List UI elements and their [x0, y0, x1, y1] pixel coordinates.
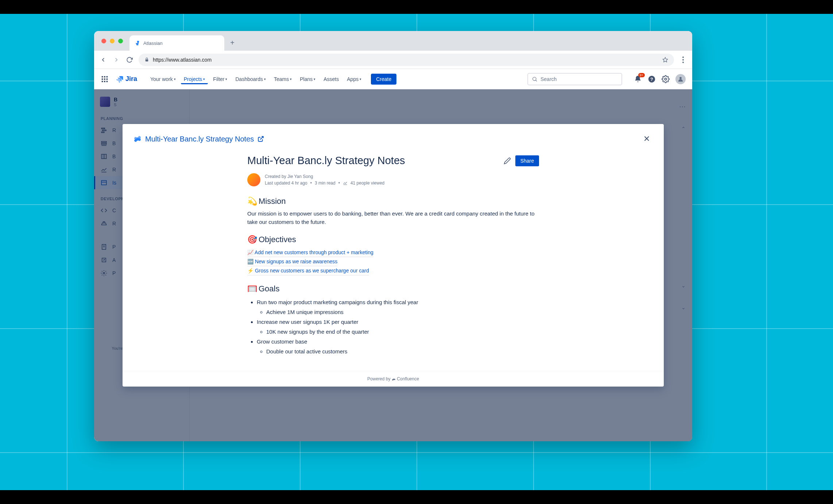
chart-icon: [101, 166, 108, 173]
last-updated-text: Last updated 4 hr ago: [265, 181, 307, 186]
create-button[interactable]: Create: [371, 74, 396, 85]
nav-assets[interactable]: Assets: [321, 74, 342, 84]
search-placeholder: Search: [541, 76, 557, 82]
expand-chevron-icon[interactable]: ⌄: [681, 305, 686, 310]
jira-logo-text: Jira: [125, 75, 137, 83]
confluence-small-icon: [392, 377, 396, 381]
confluence-icon: [133, 135, 142, 143]
sidebar-project-header[interactable]: B S: [94, 97, 189, 113]
confluence-page-modal: Multi-Year Banc.ly Strategy Notes ✕ Mult…: [123, 124, 664, 387]
objective-link[interactable]: 📈 Add net new customers through product …: [247, 248, 373, 257]
browser-tab-bar: Atlassian +: [94, 31, 692, 51]
bookmark-star-icon[interactable]: [662, 57, 668, 63]
svg-point-33: [103, 272, 105, 274]
svg-rect-23: [101, 154, 106, 159]
person-icon: [677, 76, 684, 82]
svg-text:?: ?: [650, 76, 653, 82]
gear-icon: [101, 270, 108, 276]
modal-footer: Powered by Confluence: [123, 371, 664, 387]
analytics-icon: [343, 181, 348, 185]
chevron-down-icon: ▾: [290, 77, 292, 81]
chevron-down-icon: ▾: [314, 77, 315, 81]
svg-point-16: [679, 77, 682, 79]
svg-rect-7: [106, 78, 108, 80]
svg-line-12: [536, 80, 537, 81]
svg-rect-9: [104, 81, 105, 82]
chevron-down-icon: ▾: [203, 77, 205, 81]
window-close-button[interactable]: [101, 39, 106, 43]
modal-close-button[interactable]: ✕: [640, 133, 653, 145]
nav-your-work[interactable]: Your work▾: [147, 74, 179, 84]
url-input[interactable]: https://www.atlassian.com: [139, 54, 674, 66]
more-actions-button[interactable]: ⋯: [679, 102, 686, 111]
list-icon: [101, 179, 108, 186]
notifications-button[interactable]: [634, 75, 642, 83]
new-tab-button[interactable]: +: [226, 37, 238, 49]
mission-heading: 💫 Mission: [247, 197, 539, 206]
nav-projects[interactable]: Projects▾: [181, 74, 208, 84]
svg-rect-18: [102, 130, 106, 131]
svg-rect-17: [101, 128, 105, 129]
svg-rect-4: [106, 76, 108, 77]
reload-button[interactable]: [125, 56, 133, 64]
backlog-icon: [101, 140, 108, 147]
goals-list: Run two major product marketing campaign…: [247, 297, 539, 356]
search-input[interactable]: Search: [527, 73, 622, 85]
modal-breadcrumb[interactable]: Multi-Year Banc.ly Strategy Notes: [133, 135, 264, 143]
window-minimize-button[interactable]: [110, 39, 115, 43]
sidebar-section-planning: PLANNING: [94, 113, 189, 124]
ship-icon: [101, 220, 108, 227]
browser-menu-button[interactable]: [679, 57, 687, 63]
nav-filter[interactable]: Filter▾: [210, 74, 230, 84]
profile-avatar[interactable]: [675, 74, 686, 84]
external-link-icon[interactable]: [257, 136, 264, 142]
jira-logo-icon: [115, 75, 123, 83]
svg-marker-1: [663, 57, 667, 62]
svg-rect-5: [102, 78, 103, 80]
edit-button[interactable]: [504, 157, 511, 164]
svg-rect-2: [102, 76, 103, 77]
jira-logo[interactable]: Jira: [115, 75, 137, 83]
svg-rect-8: [102, 81, 103, 82]
objective-link[interactable]: ⚡ Gross new customers as we supercharge …: [247, 266, 369, 275]
expand-chevron-icon[interactable]: ⌄: [681, 283, 686, 288]
nav-teams[interactable]: Teams▾: [271, 74, 295, 84]
svg-rect-20: [101, 141, 106, 143]
goals-heading: 🥅 Goals: [247, 284, 539, 294]
timeline-bars-icon: [101, 127, 108, 133]
browser-url-bar: https://www.atlassian.com: [94, 51, 692, 69]
code-icon: [101, 207, 108, 214]
browser-tab-title: Atlassian: [143, 40, 163, 46]
project-icon: [100, 97, 110, 107]
svg-rect-0: [146, 59, 148, 61]
collapse-chevron-icon[interactable]: ⌃: [681, 126, 686, 132]
browser-tab[interactable]: Atlassian: [129, 35, 224, 51]
svg-rect-27: [101, 181, 106, 185]
forward-button[interactable]: [112, 56, 120, 64]
nav-apps[interactable]: Apps▾: [344, 74, 364, 84]
settings-icon[interactable]: [662, 75, 670, 83]
bell-icon: [634, 75, 642, 83]
window-maximize-button[interactable]: [118, 39, 123, 43]
views-text: 41 people viewed: [350, 181, 384, 186]
objective-link[interactable]: 🆕 New signups as we raise awareness: [247, 257, 337, 266]
author-avatar[interactable]: [247, 173, 260, 186]
created-by-text: Created by Jie Yan Song: [265, 174, 384, 179]
app-switcher-icon[interactable]: [101, 75, 109, 83]
svg-rect-21: [101, 143, 106, 144]
read-time-text: 3 min read: [315, 181, 336, 186]
atlassian-favicon-icon: [135, 40, 140, 46]
page-title: Multi-Year Banc.ly Strategy Notes: [247, 155, 405, 167]
url-text: https://www.atlassian.com: [153, 57, 659, 63]
page-icon: [101, 244, 108, 250]
chevron-down-icon: ▾: [225, 77, 227, 81]
svg-point-11: [533, 77, 536, 80]
nav-dashboards[interactable]: Dashboards▾: [232, 74, 269, 84]
nav-plans[interactable]: Plans▾: [297, 74, 318, 84]
chevron-down-icon: ▾: [174, 77, 176, 81]
back-button[interactable]: [99, 56, 107, 64]
share-button[interactable]: Share: [515, 155, 539, 166]
help-icon[interactable]: ?: [648, 75, 656, 83]
page-meta: Created by Jie Yan Song Last updated 4 h…: [247, 173, 539, 186]
chevron-down-icon: ▾: [264, 77, 266, 81]
